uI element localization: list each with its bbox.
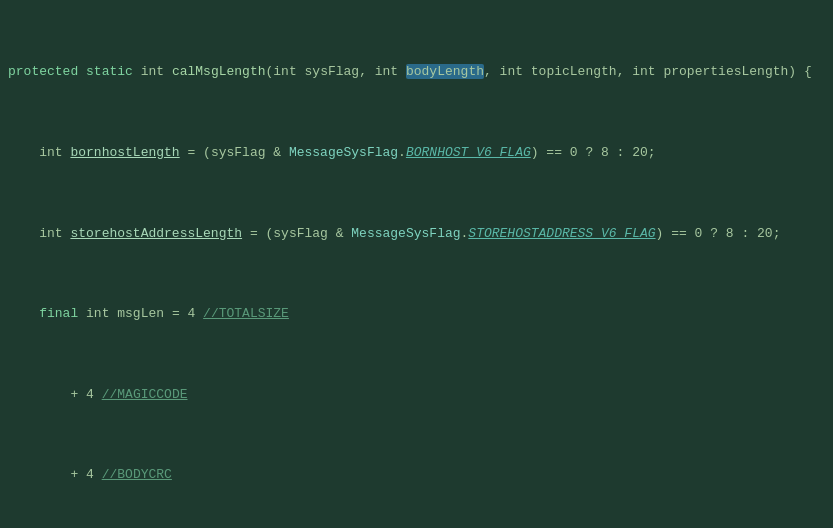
code-line-6: + 4 //BODYCRC — [0, 465, 833, 485]
code-line-3: int storehostAddressLength = (sysFlag & … — [0, 224, 833, 244]
code-line-5: + 4 //MAGICCODE — [0, 385, 833, 405]
code-line-4: final int msgLen = 4 //TOTALSIZE — [0, 304, 833, 324]
code-line-2: int bornhostLength = (sysFlag & MessageS… — [0, 143, 833, 163]
code-line-1: protected static int calMsgLength(int sy… — [0, 62, 833, 82]
code-block: protected static int calMsgLength(int sy… — [0, 0, 833, 528]
